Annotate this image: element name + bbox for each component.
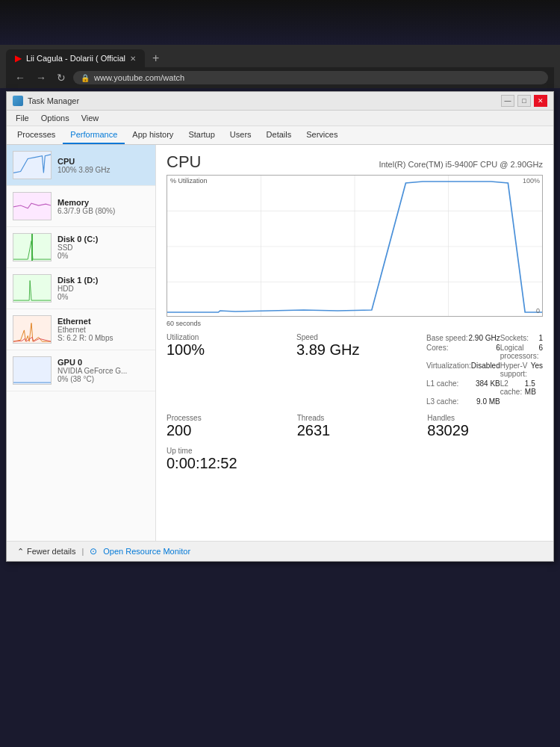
cpu-graph-svg: [167, 176, 542, 316]
disk1-sub2: 0%: [57, 293, 149, 301]
footer-separator: |: [81, 547, 84, 556]
cpu-info: CPU 100% 3.89 GHz: [57, 157, 149, 174]
uptime-section: Up time 0:00:12:52: [167, 447, 543, 472]
handles-stat: Handles 83029: [427, 414, 543, 439]
processes-stat: Processes 200: [167, 414, 282, 439]
titlebar: Task Manager — □ ✕: [7, 92, 553, 111]
menu-options[interactable]: Options: [35, 112, 75, 124]
util-value: 100%: [167, 341, 281, 359]
memory-name: Memory: [57, 198, 149, 207]
main-panel: CPU Intel(R) Core(TM) i5-9400F CPU @ 2.9…: [156, 145, 553, 541]
back-button[interactable]: ←: [12, 70, 28, 85]
lock-icon: 🔒: [81, 74, 90, 82]
tab-label: Lii Cagula - Dolarii ( Official: [26, 54, 125, 63]
disk1-thumbnail: [13, 274, 52, 303]
stats-row: Utilization 100% Speed 3.89 GHz Base spe…: [167, 333, 543, 406]
tab-bar: Processes Performance App history Startu…: [7, 126, 553, 145]
gpu-thumbnail: [13, 356, 52, 385]
menu-view[interactable]: View: [75, 112, 105, 124]
sidebar-item-cpu[interactable]: CPU 100% 3.89 GHz: [7, 145, 155, 186]
disk0-sub1: SSD: [57, 244, 149, 252]
speed-stat: Speed 3.89 GHz: [296, 333, 411, 406]
disk1-sub1: HDD: [57, 285, 149, 293]
processes-value: 200: [167, 422, 282, 439]
browser-chrome: ▶ Lii Cagula - Dolarii ( Official ✕ + ← …: [0, 45, 560, 88]
maximize-button[interactable]: □: [517, 95, 531, 107]
detail-row: Base speed:2.90 GHz: [426, 333, 500, 343]
disk0-sub2: 0%: [57, 252, 149, 260]
open-resource-monitor-link[interactable]: Open Resource Monitor: [103, 547, 190, 556]
main-header: CPU Intel(R) Core(TM) i5-9400F CPU @ 2.9…: [167, 152, 543, 172]
details-right: Base speed:2.90 GHzSockets:1Cores:6Logic…: [426, 333, 543, 406]
util-label: Utilization: [167, 333, 281, 341]
sidebar-item-ethernet[interactable]: Ethernet Ethernet S: 6.2 R: 0 Mbps: [7, 309, 155, 350]
gpu-name: GPU 0: [57, 358, 149, 367]
tab-startup[interactable]: Startup: [181, 126, 222, 144]
disk0-name: Disk 0 (C:): [57, 235, 149, 244]
sidebar-item-disk1[interactable]: Disk 1 (D:) HDD 0%: [7, 268, 155, 309]
tab-details[interactable]: Details: [259, 126, 299, 144]
resource-monitor-icon: ⊙: [90, 546, 97, 557]
disk0-info: Disk 0 (C:) SSD 0%: [57, 235, 149, 260]
tab-processes[interactable]: Processes: [10, 126, 63, 144]
browser-nav: ← → ↻ 🔒 www.youtube.com/watch: [6, 67, 554, 88]
cpu-thumbnail: [13, 151, 52, 179]
ethernet-sub2: S: 6.2 R: 0 Mbps: [57, 334, 149, 342]
uptime-label: Up time: [167, 447, 543, 455]
threads-value: 2631: [297, 422, 413, 439]
speed-label: Speed: [296, 333, 411, 341]
menubar: File Options View: [7, 111, 553, 126]
detail-row: L3 cache:9.0 MB: [426, 397, 500, 406]
sidebar: CPU 100% 3.89 GHz Memory 6.3/7.9 GB (80%…: [7, 145, 156, 541]
address-bar[interactable]: 🔒 www.youtube.com/watch: [73, 71, 548, 84]
tab-performance[interactable]: Performance: [63, 126, 125, 144]
disk1-name: Disk 1 (D:): [57, 276, 149, 285]
ethernet-name: Ethernet: [57, 317, 149, 326]
disk0-thumbnail: [13, 233, 52, 261]
tab-icon: ▶: [15, 53, 22, 63]
tab-users[interactable]: Users: [223, 126, 259, 144]
tab-close-icon[interactable]: ✕: [130, 55, 136, 63]
forward-button[interactable]: →: [33, 70, 49, 85]
utilization-stat: Utilization 100%: [167, 333, 281, 406]
detail-row: Hyper-V support:Yes: [500, 361, 543, 379]
processes-row: Processes 200 Threads 2631 Handles 83029: [167, 414, 543, 439]
sidebar-item-disk0[interactable]: Disk 0 (C:) SSD 0%: [7, 227, 155, 268]
processes-label: Processes: [167, 414, 282, 422]
fewer-details-button[interactable]: ⌃ Fewer details: [17, 547, 75, 557]
detail-row: Logical processors:6: [500, 343, 543, 361]
sidebar-item-memory[interactable]: Memory 6.3/7.9 GB (80%): [7, 186, 155, 227]
tab-services[interactable]: Services: [299, 126, 345, 144]
graph-bot-label: 0: [536, 307, 540, 314]
fewer-details-label: Fewer details: [27, 547, 75, 556]
graph-top-label: 100%: [523, 177, 540, 185]
detail-row: Sockets:1: [500, 333, 543, 343]
tab-app-history[interactable]: App history: [125, 126, 181, 144]
refresh-button[interactable]: ↻: [54, 70, 69, 85]
cpu-name: CPU: [57, 157, 149, 166]
window-controls: — □ ✕: [501, 95, 547, 107]
memory-sub: 6.3/7.9 GB (80%): [57, 207, 149, 215]
ethernet-sub1: Ethernet: [57, 326, 149, 334]
new-tab-button[interactable]: +: [148, 50, 164, 66]
gpu-info: GPU 0 NVIDIA GeForce G... 0% (38 °C): [57, 358, 149, 383]
graph-x-label: 60 seconds: [167, 320, 543, 327]
menu-file[interactable]: File: [10, 112, 35, 124]
memory-info: Memory 6.3/7.9 GB (80%): [57, 198, 149, 215]
speed-value: 3.89 GHz: [296, 341, 411, 359]
fewer-details-icon: ⌃: [17, 547, 24, 557]
threads-label: Threads: [297, 414, 413, 422]
main-subtitle: Intel(R) Core(TM) i5-9400F CPU @ 2.90GHz: [379, 160, 543, 169]
close-button[interactable]: ✕: [534, 95, 547, 107]
detail-row: Virtualization:Disabled: [426, 361, 500, 379]
taskmanager-icon: [13, 96, 23, 106]
titlebar-text: Task Manager: [28, 96, 79, 105]
tm-body: CPU 100% 3.89 GHz Memory 6.3/7.9 GB (80%…: [7, 145, 553, 541]
active-tab[interactable]: ▶ Lii Cagula - Dolarii ( Official ✕: [6, 49, 145, 67]
cpu-graph: % Utilization 100% 0: [167, 175, 543, 317]
handles-label: Handles: [427, 414, 543, 422]
minimize-button[interactable]: —: [501, 95, 514, 107]
cpu-sub: 100% 3.89 GHz: [57, 166, 149, 174]
main-title: CPU: [167, 152, 201, 172]
sidebar-item-gpu[interactable]: GPU 0 NVIDIA GeForce G... 0% (38 °C): [7, 350, 155, 391]
